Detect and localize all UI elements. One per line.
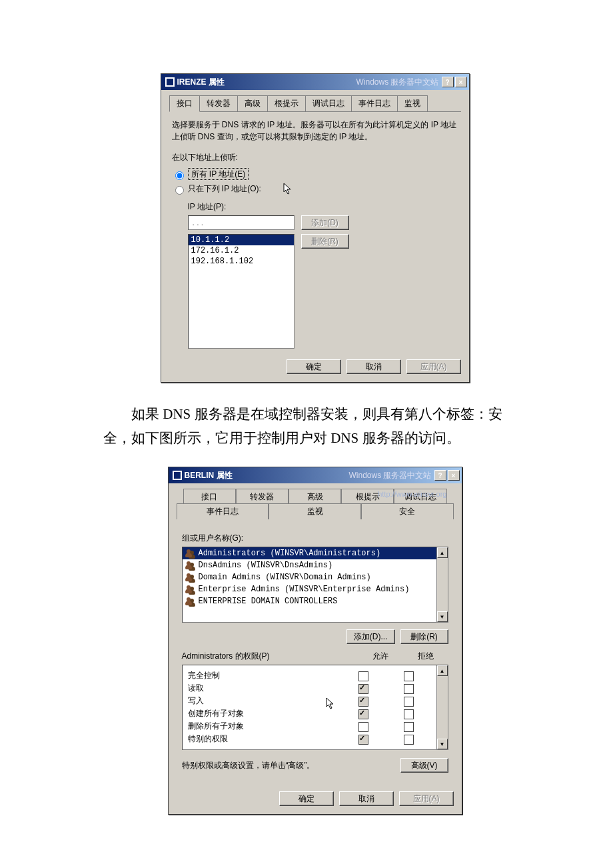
advanced-text: 特别权限或高级设置，请单击“高级”。 [182, 760, 400, 771]
ip-list[interactable]: 10.1.1.2 172.16.1.2 192.168.1.102 [188, 234, 295, 349]
tab-interface[interactable]: 接口 [169, 95, 200, 112]
tab-debug-log[interactable]: 调试日志 [394, 489, 446, 505]
scroll-up-icon[interactable]: ▲ [437, 665, 448, 676]
group-icon [185, 585, 196, 594]
allow-checkbox[interactable] [358, 684, 368, 694]
add-button[interactable]: 添加(D)... [346, 629, 395, 644]
ip-list-item[interactable]: 192.168.1.102 [189, 256, 294, 267]
tab-advanced[interactable]: 高级 [289, 489, 341, 505]
user-item-label: Administrators (WINSVR\Administrators) [199, 549, 381, 558]
close-button[interactable]: × [448, 470, 460, 481]
tab-monitor[interactable]: 监视 [269, 503, 361, 519]
user-item[interactable]: ENTERPRISE DOMAIN CONTROLLERS [183, 595, 437, 607]
allow-checkbox[interactable] [358, 735, 368, 745]
deny-checkbox[interactable] [404, 697, 414, 707]
cursor-icon [283, 183, 294, 196]
ip-list-item[interactable]: 10.1.1.2 [189, 235, 294, 245]
advanced-button[interactable]: 高级(V) [400, 758, 448, 773]
permission-row: 完全控制 [183, 669, 437, 682]
user-item[interactable]: Enterprise Admins (WINSVR\Enterprise Adm… [183, 583, 437, 595]
tab-advanced[interactable]: 高级 [237, 95, 268, 111]
group-icon [185, 549, 196, 558]
listen-label: 在以下地址上侦听: [172, 152, 458, 163]
tab-interface[interactable]: 接口 [183, 489, 236, 505]
scrollbar[interactable]: ▲ ▼ [436, 547, 448, 622]
deny-checkbox[interactable] [404, 684, 414, 694]
group-icon [185, 573, 196, 582]
tab-debug-log[interactable]: 调试日志 [305, 95, 352, 111]
deny-checkbox[interactable] [404, 671, 414, 681]
user-list[interactable]: Administrators (WINSVR\Administrators) D… [182, 547, 448, 623]
ip-list-item[interactable]: 172.16.1.2 [189, 245, 294, 256]
allow-checkbox[interactable] [358, 709, 368, 719]
user-item[interactable]: Domain Admins (WINSVR\Domain Admins) [183, 571, 437, 583]
tab-event-log[interactable]: 事件日志 [351, 95, 398, 111]
tab-root-hints[interactable]: 根提示 [267, 95, 306, 111]
scroll-up-icon[interactable]: ▲ [437, 547, 448, 558]
allow-header: 允许 [358, 651, 403, 662]
help-button[interactable]: ? [434, 470, 446, 481]
ip-address-input[interactable]: . . . [188, 215, 295, 230]
user-item-label: Enterprise Admins (WINSVR\Enterprise Adm… [199, 585, 410, 594]
deny-checkbox[interactable] [404, 735, 414, 745]
user-item[interactable]: Administrators (WINSVR\Administrators) [183, 547, 437, 559]
apply-button[interactable]: 应用(A) [406, 359, 461, 374]
app-icon [173, 471, 182, 480]
body-paragraph: 如果 DNS 服务器是在域控制器安装，则具有第八个标签：安全，如下图所示，它用于… [103, 403, 526, 450]
close-button[interactable]: × [455, 77, 467, 87]
permission-row: 特别的权限 [183, 733, 437, 745]
scroll-down-icon[interactable]: ▼ [437, 739, 448, 749]
radio-all-ip[interactable]: 所有 IP 地址(E) [172, 169, 458, 180]
titlebar[interactable]: IRENZE 属性 Windows 服务器中文站 ? × [161, 74, 469, 90]
permission-name: 完全控制 [188, 670, 341, 681]
allow-checkbox[interactable] [358, 671, 368, 681]
description-text: 选择要服务于 DNS 请求的 IP 地址。服务器可以在所有为此计算机定义的 IP… [172, 119, 458, 143]
permission-row: 创建所有子对象 [183, 707, 437, 720]
deny-checkbox[interactable] [404, 709, 414, 719]
remove-button[interactable]: 删除(R) [400, 629, 448, 644]
tab-root-hints[interactable]: 根提示 [341, 489, 394, 505]
user-item-label: Domain Admins (WINSVR\Domain Admins) [199, 573, 371, 582]
user-item-label: ENTERPRISE DOMAIN CONTROLLERS [199, 597, 338, 606]
apply-button[interactable]: 应用(A) [399, 791, 454, 806]
watermark-text: Windows 服务器中文站 [225, 77, 442, 88]
ip-address-label: IP 地址(P): [188, 201, 458, 213]
tab-bar: 接口 转发器 高级 根提示 调试日志 事件日志 监视 [169, 95, 461, 112]
permission-row: 读取 [183, 682, 437, 695]
tab-event-log[interactable]: 事件日志 [177, 503, 269, 519]
cancel-button[interactable]: 取消 [339, 791, 394, 806]
radio-only-ip[interactable]: 只在下列 IP 地址(O): [172, 183, 458, 196]
berlin-properties-dialog: BERLIN 属性 Windows 服务器中文站 ? × http://www.… [168, 467, 462, 815]
tab-monitor[interactable]: 监视 [397, 95, 428, 111]
permission-row: 写入 [183, 695, 437, 707]
deny-header: 拒绝 [403, 651, 448, 662]
radio-only-ip-label: 只在下列 IP 地址(O): [188, 184, 261, 193]
permission-row: 删除所有子对象 [183, 720, 437, 733]
tab-forwarders[interactable]: 转发器 [199, 95, 238, 111]
scroll-down-icon[interactable]: ▼ [437, 611, 448, 622]
user-item[interactable]: DnsAdmins (WINSVR\DnsAdmins) [183, 559, 437, 571]
tab-security[interactable]: 安全 [361, 503, 454, 519]
tab-forwarders[interactable]: 转发器 [236, 489, 289, 505]
help-button[interactable]: ? [442, 77, 454, 87]
cancel-button[interactable]: 取消 [346, 359, 401, 374]
dialog-buttons: 确定 取消 应用(A) [177, 791, 454, 806]
permission-name: 读取 [188, 683, 341, 694]
permission-name: 创建所有子对象 [188, 708, 341, 719]
deny-checkbox[interactable] [404, 722, 414, 732]
allow-checkbox[interactable] [358, 697, 368, 707]
user-item-label: DnsAdmins (WINSVR\DnsAdmins) [199, 561, 333, 570]
ok-button[interactable]: 确定 [287, 359, 341, 374]
add-button[interactable]: 添加(D) [301, 215, 349, 230]
window-title: IRENZE 属性 [177, 77, 225, 88]
radio-all-ip-input[interactable] [175, 171, 184, 180]
permissions-header: Administrators 的权限(P) 允许 拒绝 [182, 651, 448, 662]
permission-name: 删除所有子对象 [188, 721, 341, 732]
allow-checkbox[interactable] [358, 722, 368, 732]
permission-name: 特别的权限 [188, 733, 341, 745]
ok-button[interactable]: 确定 [279, 791, 334, 806]
radio-only-ip-input[interactable] [175, 186, 184, 195]
remove-button[interactable]: 删除(R) [301, 234, 349, 249]
scrollbar[interactable]: ▲ ▼ [436, 665, 448, 749]
titlebar[interactable]: BERLIN 属性 Windows 服务器中文站 ? × [169, 467, 462, 483]
